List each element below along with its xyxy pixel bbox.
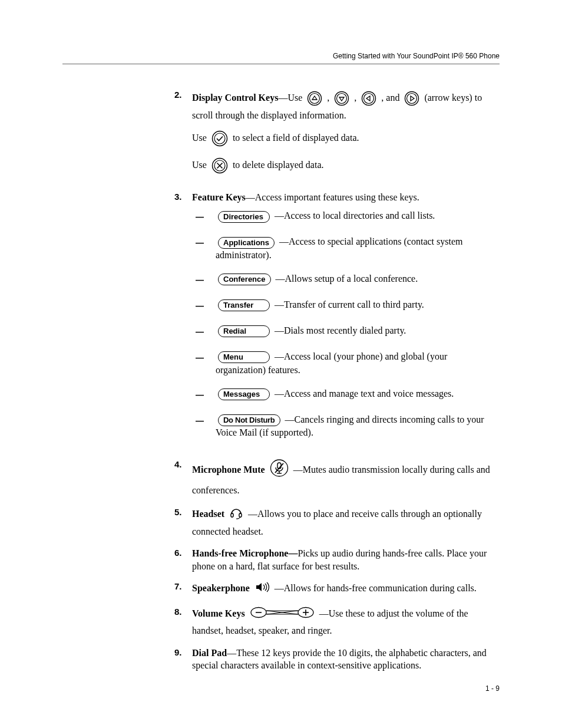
feature-directories: — Directories —Access to local directori…: [192, 209, 500, 225]
dash: —: [192, 387, 216, 403]
item-2-line2: Use to select a field of displayed data.: [192, 129, 500, 147]
speakerphone-icon: [254, 581, 270, 598]
item-8-num: 8.: [174, 606, 192, 638]
dash: —: [192, 324, 216, 340]
feature-keys-list: — Directories —Access to local directori…: [192, 209, 500, 439]
dash: —: [192, 272, 216, 288]
dash: —: [192, 235, 216, 251]
item-9-lead: Dial Pad: [192, 648, 227, 658]
item-2-textA: —Use: [278, 93, 302, 103]
item-2-line3a: Use: [192, 160, 207, 170]
item-5-body: Headset —Allows you to place and receive…: [192, 506, 500, 539]
item-5-lead: Headset: [192, 509, 224, 519]
conference-key: Conference: [218, 274, 271, 285]
arrow-down-icon: [334, 91, 349, 106]
item-9-num: 9.: [174, 647, 192, 672]
item-7-body: Speakerphone —Allows for hands-free comm…: [192, 581, 500, 597]
feature-redial-body: Redial —Dials most recently dialed party…: [216, 324, 500, 337]
feature-conference-desc: —Allows setup of a local conference.: [276, 274, 418, 284]
numbered-list: 2. Display Control Keys—Use , ,: [174, 89, 500, 672]
item-4-body: Microphone Mute —Mutes audio transmissio…: [192, 459, 500, 498]
delete-x-icon: [211, 157, 228, 174]
item-3-num: 3.: [174, 191, 192, 450]
svg-point-18: [239, 513, 242, 517]
volume-keys-icon: [250, 606, 315, 624]
menu-key: Menu: [218, 351, 270, 363]
item-2-lead: Display Control Keys: [192, 93, 278, 103]
dash: —: [192, 209, 216, 225]
svg-point-1: [310, 94, 320, 104]
messages-key: Messages: [218, 388, 270, 400]
item-7-lead: Speakerphone: [192, 583, 250, 593]
feature-conference: — Conference —Allows setup of a local co…: [192, 272, 500, 288]
arrow-left-icon: [361, 91, 376, 106]
item-3-lead: Feature Keys: [192, 192, 246, 202]
item-2-line3: Use to delete displayed data.: [192, 156, 500, 174]
item-5: 5. Headset —Allows you to place and rece…: [174, 506, 500, 539]
feature-dnd-body: Do Not Disturb —Cancels ringing and dire…: [216, 413, 500, 440]
item-2-mid2: ,: [354, 93, 356, 103]
arrow-right-icon: [404, 91, 419, 106]
dash: —: [192, 413, 216, 429]
svg-point-5: [364, 94, 374, 104]
item-4: 4. Microphone Mute —Mutes audio transmis…: [174, 459, 500, 498]
item-9: 9. Dial Pad—These 12 keys provide the 10…: [174, 647, 500, 672]
dash: —: [192, 298, 216, 314]
feature-directories-body: Directories —Access to local directories…: [216, 209, 500, 222]
arrow-up-icon: [307, 91, 322, 106]
feature-applications-body: Applications —Access to special applicat…: [216, 235, 500, 262]
item-4-lead: Microphone Mute: [192, 464, 265, 474]
item-9-body: Dial Pad—These 12 keys provide the 10 di…: [192, 647, 500, 672]
mic-mute-icon: [270, 459, 289, 482]
feature-dnd: — Do Not Disturb —Cancels ringing and di…: [192, 413, 500, 440]
svg-point-17: [231, 513, 233, 517]
redial-key: Redial: [218, 325, 270, 337]
headset-icon: [229, 506, 243, 524]
item-2-body: Display Control Keys—Use , , , and: [192, 89, 500, 183]
feature-messages: — Messages —Access and manage text and v…: [192, 387, 500, 403]
item-2: 2. Display Control Keys—Use , ,: [174, 89, 500, 183]
feature-transfer: — Transfer —Transfer of current call to …: [192, 298, 500, 314]
item-2-mid1: ,: [327, 93, 329, 103]
applications-key: Applications: [218, 237, 275, 249]
feature-menu-body: Menu —Access local (your phone) and glob…: [216, 350, 500, 377]
svg-point-9: [214, 133, 225, 144]
item-2-mid3: , and: [381, 93, 399, 103]
directories-key: Directories: [218, 211, 270, 223]
feature-transfer-desc: —Transfer of current call to third party…: [275, 299, 424, 309]
feature-messages-desc: —Access and manage text and voice messag…: [275, 388, 454, 398]
header-rule: [62, 64, 500, 64]
item-2-line3b: to delete displayed data.: [233, 160, 324, 170]
item-9-desc: —These 12 keys provide the 10 digits, th…: [192, 648, 487, 671]
page: Getting Started with Your SoundPoint IP®…: [0, 0, 562, 728]
item-6: 6. Hands-free Microphone—Picks up audio …: [174, 547, 500, 572]
item-5-num: 5.: [174, 506, 192, 539]
item-7-num: 7.: [174, 581, 192, 597]
transfer-key: Transfer: [218, 299, 270, 311]
running-head: Getting Started with Your SoundPoint IP®…: [62, 52, 500, 60]
item-6-num: 6.: [174, 547, 192, 572]
item-3-body: Feature Keys—Access important features u…: [192, 191, 500, 450]
item-2-line2b: to select a field of displayed data.: [233, 133, 359, 143]
dnd-key: Do Not Disturb: [218, 414, 280, 426]
item-3-text: —Access important features using these k…: [246, 192, 419, 202]
dash: —: [192, 350, 216, 365]
feature-transfer-body: Transfer —Transfer of current call to th…: [216, 298, 500, 311]
feature-messages-body: Messages —Access and manage text and voi…: [216, 387, 500, 400]
svg-point-7: [407, 94, 417, 104]
feature-menu: — Menu —Access local (your phone) and gl…: [192, 350, 500, 377]
feature-applications: — Applications —Access to special applic…: [192, 235, 500, 262]
item-8-body: Volume Keys —Use these to adjust the: [192, 606, 500, 638]
item-7: 7. Speakerphone —Allows for hands-free c…: [174, 581, 500, 597]
svg-point-3: [337, 94, 347, 104]
feature-redial: — Redial —Dials most recently dialed par…: [192, 324, 500, 340]
item-6-body: Hands-free Microphone—Picks up audio dur…: [192, 547, 500, 572]
item-7-desc: —Allows for hands-free communication dur…: [275, 583, 477, 593]
item-2-line2a: Use: [192, 133, 207, 143]
select-check-icon: [211, 130, 228, 147]
item-2-num: 2.: [174, 89, 192, 183]
content: 2. Display Control Keys—Use , ,: [174, 89, 500, 672]
feature-conference-body: Conference —Allows setup of a local conf…: [216, 272, 500, 285]
item-6-lead: Hands-free Microphone—: [192, 548, 297, 558]
item-8: 8. Volume Keys —Us: [174, 606, 500, 638]
